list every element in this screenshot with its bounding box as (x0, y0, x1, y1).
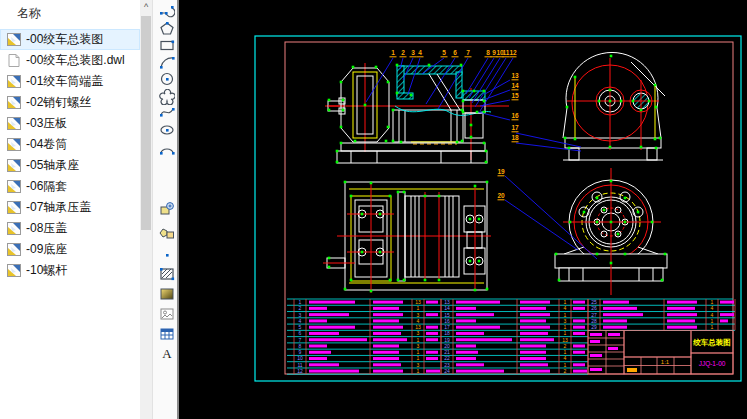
file-panel-scrollbar[interactable]: ^ (140, 0, 152, 419)
table-tool-button[interactable] (156, 325, 177, 342)
scrollbar-thumb[interactable] (141, 16, 151, 230)
gradient-icon (159, 286, 175, 302)
cad-drawing-canvas[interactable]: 1234567891011121314151617181920 11321334… (179, 0, 747, 419)
svg-text:2: 2 (401, 49, 405, 56)
file-name-label: -04卷筒 (26, 136, 67, 153)
point-tool-button[interactable] (156, 246, 177, 263)
arc-tool-button[interactable] (156, 53, 177, 70)
rectangle-tool-button[interactable] (156, 36, 177, 53)
svg-text:12: 12 (509, 49, 517, 56)
dwg-file-icon (7, 138, 21, 151)
spline-tool-button[interactable] (156, 103, 177, 120)
svg-text:8: 8 (299, 343, 302, 349)
svg-text:2: 2 (564, 343, 567, 349)
dwg-file-icon (7, 201, 21, 214)
svg-text:1: 1 (564, 312, 567, 318)
dwg-file-icon (7, 180, 21, 193)
ellipse-arc-tool-button[interactable] (156, 143, 177, 160)
file-list-item[interactable]: -03压板 (0, 113, 140, 134)
file-list-item[interactable]: -09底座 (0, 239, 140, 260)
svg-text:20: 20 (444, 343, 450, 349)
svg-text:11: 11 (297, 362, 302, 368)
make-block-icon (159, 226, 175, 242)
svg-text:16: 16 (444, 318, 450, 324)
svg-text:4: 4 (564, 305, 567, 311)
cad-application-window: 名称 -00绞车总装图 -00绞车总装图.dwl -01绞车筒端盖 -02销钉螺… (0, 0, 747, 419)
svg-text:27: 27 (591, 312, 597, 318)
dwg-file-icon (7, 117, 21, 130)
insert-block-tool-button[interactable] (156, 200, 177, 217)
svg-text:29: 29 (591, 324, 597, 330)
ellipse-arc-icon (159, 144, 175, 160)
polyline-tool-button[interactable] (156, 1, 177, 18)
polyline-icon (159, 2, 175, 18)
svg-text:19: 19 (444, 337, 450, 343)
svg-text:7: 7 (466, 49, 470, 56)
make-block-tool-button[interactable] (156, 225, 177, 242)
file-list-item[interactable]: -04卷筒 (0, 134, 140, 155)
svg-text:4: 4 (417, 318, 420, 324)
svg-text:13: 13 (415, 324, 421, 330)
circle-tool-button[interactable] (156, 70, 177, 87)
polygon-tool-button[interactable] (156, 20, 177, 37)
view-plan (323, 182, 491, 293)
title-block: 1:1 绞车总装图 JJQ-1-00 (588, 331, 733, 374)
view-bearing-end (555, 168, 667, 295)
svg-text:8: 8 (486, 49, 490, 56)
file-list-item[interactable]: -05轴承座 (0, 155, 140, 176)
ellipse-tool-button[interactable] (156, 121, 177, 138)
drawing-number: JJQ-1-00 (699, 360, 726, 368)
svg-text:3: 3 (564, 318, 567, 324)
winch-assembly-drawing: 1234567891011121314151617181920 11321334… (179, 0, 747, 419)
svg-text:3: 3 (417, 343, 420, 349)
file-list-item[interactable]: -08压盖 (0, 218, 140, 239)
svg-text:15: 15 (444, 312, 450, 318)
svg-text:15: 15 (511, 92, 519, 99)
svg-text:1: 1 (417, 349, 420, 355)
svg-text:A: A (162, 345, 172, 360)
scale-value: 1:1 (661, 359, 670, 365)
dwg-file-icon (7, 159, 21, 172)
image-tool-button[interactable] (156, 305, 177, 322)
svg-text:24: 24 (444, 368, 450, 374)
file-list-item[interactable]: -00绞车总装图 (0, 29, 140, 50)
svg-text:22: 22 (444, 355, 450, 361)
file-list-item[interactable]: -02销钉螺丝 (0, 92, 140, 113)
svg-text:13: 13 (562, 337, 568, 343)
svg-text:13: 13 (415, 299, 421, 305)
svg-text:1: 1 (564, 330, 567, 336)
svg-text:1: 1 (299, 299, 302, 305)
file-explorer-panel: 名称 -00绞车总装图 -00绞车总装图.dwl -01绞车筒端盖 -02销钉螺… (0, 0, 140, 419)
gradient-tool-button[interactable] (156, 285, 177, 302)
file-list-item[interactable]: -10螺杆 (0, 260, 140, 281)
svg-text:3: 3 (417, 312, 420, 318)
file-name-label: -06隔套 (26, 178, 67, 195)
hatch-tool-button[interactable] (156, 265, 177, 282)
scrollbar-up-arrow-icon[interactable]: ^ (140, 0, 152, 14)
svg-text:14: 14 (444, 305, 450, 311)
dwg-file-icon (7, 243, 21, 256)
file-name-label: -00绞车总装图 (26, 31, 103, 48)
hatch-icon (159, 266, 175, 282)
mtext-tool-button[interactable]: A (156, 344, 177, 361)
mtext-icon: A (159, 345, 175, 361)
file-list-item[interactable]: -01绞车筒端盖 (0, 71, 140, 92)
file-list-item[interactable]: -07轴承压盖 (0, 197, 140, 218)
svg-text:1: 1 (564, 349, 567, 355)
file-list-item[interactable]: -06隔套 (0, 176, 140, 197)
name-column-header[interactable]: 名称 (17, 5, 41, 22)
svg-text:3: 3 (299, 312, 302, 318)
image-icon (159, 306, 175, 322)
svg-text:4: 4 (711, 305, 714, 311)
svg-text:9: 9 (299, 349, 302, 355)
svg-text:16: 16 (511, 112, 519, 119)
svg-text:18: 18 (511, 134, 519, 141)
svg-text:1: 1 (711, 324, 714, 330)
svg-text:1: 1 (417, 355, 420, 361)
file-list-item[interactable]: -00绞车总装图.dwl (0, 50, 140, 71)
dwg-file-icon (7, 75, 21, 88)
svg-text:13: 13 (511, 72, 519, 79)
file-name-label: -01绞车筒端盖 (26, 73, 103, 90)
svg-text:1: 1 (711, 299, 714, 305)
polygon-icon (159, 21, 175, 37)
